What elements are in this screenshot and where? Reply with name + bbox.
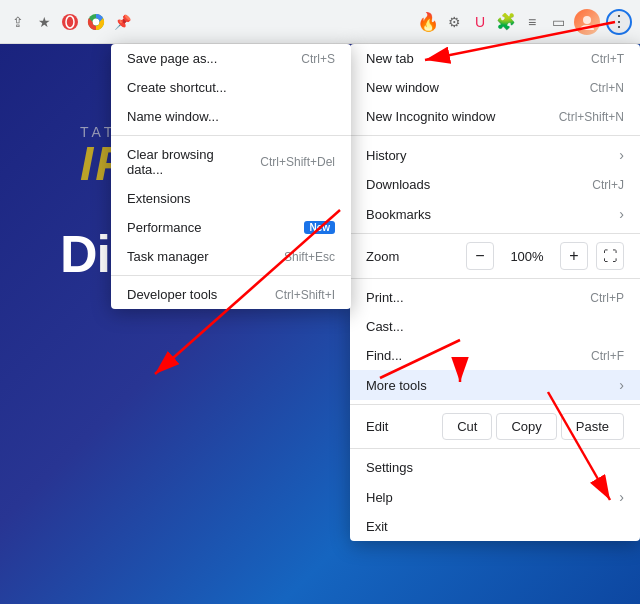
find-item[interactable]: Find... Ctrl+F [350,341,640,370]
chrome-menu-button[interactable]: ⋮ [606,9,632,35]
new-window-item[interactable]: New window Ctrl+N [350,73,640,102]
bookmark-icon[interactable]: ★ [34,12,54,32]
copy-button[interactable]: Copy [496,413,556,440]
performance-item[interactable]: Performance New [111,213,351,242]
chrome-icon[interactable] [86,12,106,32]
profile-avatar[interactable] [574,9,600,35]
menu-divider-3 [350,278,640,279]
pin-icon[interactable]: 📌 [112,12,132,32]
chrome-menu: New tab Ctrl+T New window Ctrl+N New Inc… [350,44,640,541]
svg-point-4 [583,16,591,24]
history-arrow: › [619,147,624,163]
history-item[interactable]: History › [350,140,640,170]
list-icon[interactable]: ≡ [522,12,542,32]
zoom-out-button[interactable]: − [466,242,494,270]
new-tab-item[interactable]: New tab Ctrl+T [350,44,640,73]
submenu-divider-1 [111,135,351,136]
opera-icon[interactable] [60,12,80,32]
layout-icon[interactable]: ▭ [548,12,568,32]
new-badge: New [304,221,335,234]
menu-divider-1 [350,135,640,136]
print-item[interactable]: Print... Ctrl+P [350,283,640,312]
help-item[interactable]: Help › [350,482,640,512]
clear-browsing-data-item[interactable]: Clear browsing data... Ctrl+Shift+Del [111,140,351,184]
cut-button[interactable]: Cut [442,413,492,440]
developer-tools-item[interactable]: Developer tools Ctrl+Shift+I [111,280,351,309]
bookmarks-item[interactable]: Bookmarks › [350,199,640,229]
downloads-item[interactable]: Downloads Ctrl+J [350,170,640,199]
more-tools-item[interactable]: More tools › [350,370,640,400]
zoom-in-button[interactable]: + [560,242,588,270]
zoom-row: Zoom − 100% + ⛶ [350,238,640,274]
settings-item[interactable]: Settings [350,453,640,482]
svg-point-3 [93,18,100,25]
cast-item[interactable]: Cast... [350,312,640,341]
menu-divider-4 [350,404,640,405]
fullscreen-button[interactable]: ⛶ [596,242,624,270]
new-incognito-window-item[interactable]: New Incognito window Ctrl+Shift+N [350,102,640,131]
edit-row: Edit Cut Copy Paste [350,409,640,444]
create-shortcut-item[interactable]: Create shortcut... [111,73,351,102]
task-manager-item[interactable]: Task manager Shift+Esc [111,242,351,271]
more-tools-submenu: Save page as... Ctrl+S Create shortcut..… [111,44,351,309]
puzzle-icon[interactable]: 🧩 [496,12,516,32]
ipl-icon[interactable]: ⚙ [444,12,464,32]
bookmarks-arrow: › [619,206,624,222]
name-window-item[interactable]: Name window... [111,102,351,131]
menu-divider-5 [350,448,640,449]
share-icon[interactable]: ⇪ [8,12,28,32]
help-arrow: › [619,489,624,505]
submenu-divider-2 [111,275,351,276]
browser-toolbar: ⇪ ★ 📌 🔥 ⚙ U 🧩 ≡ ▭ ⋮ [0,0,640,44]
exit-item[interactable]: Exit [350,512,640,541]
fire-icon[interactable]: 🔥 [418,12,438,32]
more-tools-arrow: › [619,377,624,393]
u-icon[interactable]: U [470,12,490,32]
paste-button[interactable]: Paste [561,413,624,440]
zoom-level: 100% [502,249,552,264]
save-page-as-item[interactable]: Save page as... Ctrl+S [111,44,351,73]
extensions-item[interactable]: Extensions [111,184,351,213]
menu-divider-2 [350,233,640,234]
